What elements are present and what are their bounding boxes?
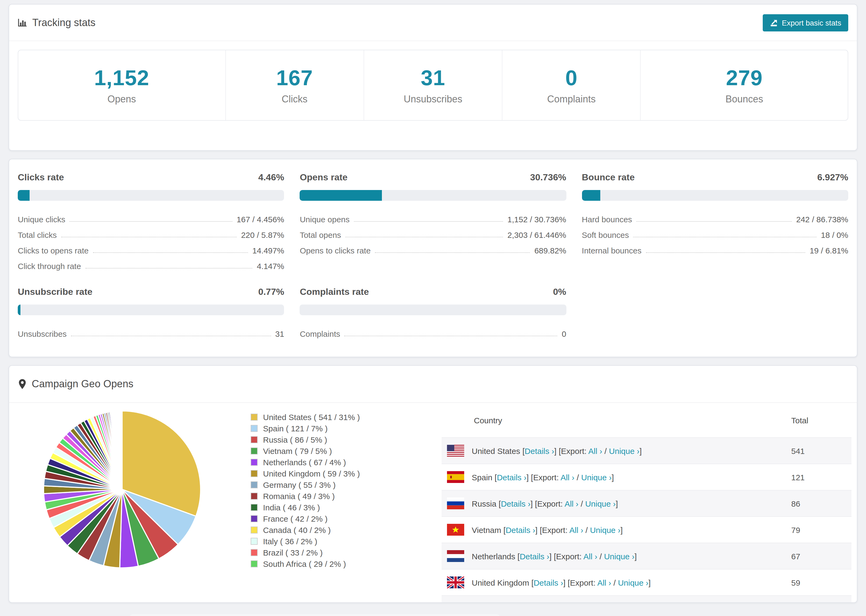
bar-chart-icon [18,18,27,27]
export-basic-stats-button[interactable]: Export basic stats [762,14,848,31]
bracket-text: / [602,446,609,455]
export-unique-link[interactable]: Unique › [581,473,612,482]
export-all-link[interactable]: All › [561,473,575,482]
country-cell: United States [Details ›] [Export: All ›… [472,446,791,455]
rate-detail-row: Hard bounces 242 / 86.738% [582,208,848,224]
geo-table-header: Country Total [442,403,852,437]
country-details-link[interactable]: Details › [525,446,554,455]
bracket-text: ] [639,446,642,455]
detail-value: 18 / 0% [821,230,848,239]
export-all-link[interactable]: All › [565,499,578,508]
detail-label: Opens to clicks rate [300,246,371,255]
rate-detail-row: Unique opens 1,152 / 30.736% [300,208,567,224]
export-all-link[interactable]: All › [569,525,583,534]
legend-swatch [251,448,258,454]
rate-progress-fill [18,190,30,201]
table-row: Russia [Details ›] [Export: All › / Uniq… [442,490,852,516]
rate-progress-fill [18,305,20,315]
legend-label: Canada ( 40 / 2% ) [263,525,331,534]
campaign-geo-opens-card: Campaign Geo Opens United States ( 541 /… [9,365,857,603]
bracket-text: / [597,552,604,561]
rate-detail-rows: Hard bounces 242 / 86.738% Soft bounces … [582,208,848,255]
legend-label: Germany ( 55 / 3% ) [263,480,335,489]
country-details-link[interactable]: Details › [520,552,549,561]
detail-value: 31 [275,329,284,338]
country-flag-icon [447,550,464,562]
rate-value: 4.46% [258,172,284,183]
detail-label: Internal bounces [582,246,641,255]
bracket-text: ] [Export: [554,446,589,455]
rate-value: 30.736% [530,172,566,183]
legend-item: India ( 46 / 3% ) [251,502,360,513]
legend-item: South Africa ( 29 / 2% ) [251,558,360,569]
table-row: United States [Details ›] [Export: All ›… [442,437,852,464]
export-unique-link[interactable]: Unique › [585,499,616,508]
rate-section: Unsubscribe rate 0.77% Unsubscribes 31 [18,287,284,338]
table-row: Vietnam [Details ›] [Export: All › / Uni… [442,516,852,543]
rate-value: 6.927% [817,172,848,183]
export-unique-link[interactable]: Unique › [590,525,620,534]
export-button-label: Export basic stats [782,18,841,27]
country-cell: Vietnam [Details ›] [Export: All › / Uni… [472,525,791,534]
rate-progress-track [18,190,284,201]
rate-title: Bounce rate [582,172,635,183]
export-all-link[interactable]: All › [589,446,602,455]
legend-label: United States ( 541 / 31% ) [263,413,360,422]
summary-value: 167 [276,66,313,90]
legend-swatch [251,549,258,556]
rate-value: 0% [553,287,566,297]
export-unique-link[interactable]: Unique › [604,552,635,561]
rate-detail-row: Unique clicks 167 / 4.456% [18,208,284,224]
legend-item: Romania ( 49 / 3% ) [251,490,360,502]
country-flag-icon [447,445,464,457]
export-all-link[interactable]: All › [583,552,597,561]
legend-label: South Africa ( 29 / 2% ) [263,559,346,569]
detail-value: 689.82% [534,246,566,255]
legend-swatch [251,459,258,466]
country-details-link[interactable]: Details › [501,499,531,508]
total-column-header: Total [791,415,852,425]
rate-detail-rows: Unique opens 1,152 / 30.736% Total opens… [300,208,567,255]
legend-swatch [251,493,258,500]
dotted-leader [345,237,503,237]
country-details-link[interactable]: Details › [497,473,526,482]
rate-detail-row: Click through rate 4.147% [18,255,284,271]
rate-title: Opens rate [300,172,348,183]
rate-detail-row: Opens to clicks rate 689.82% [300,239,567,255]
pie-slice-other [122,411,122,489]
bracket-text: / [611,578,618,587]
bracket-text: ] [612,473,614,482]
detail-value: 14.497% [252,246,284,255]
export-all-link[interactable]: All › [597,578,611,587]
detail-label: Clicks to opens rate [18,246,88,255]
export-unique-link[interactable]: Unique › [609,446,639,455]
dotted-leader [93,252,248,253]
dotted-leader [375,252,530,253]
table-row: Spain [Details ›] [Export: All › / Uniqu… [442,464,852,490]
summary-label: Bounces [725,94,763,105]
dotted-leader [71,336,271,336]
country-flag-icon [447,498,464,509]
detail-value: 1,152 / 30.736% [507,215,567,224]
rate-title: Clicks rate [18,172,64,183]
summary-value: 31 [420,66,445,90]
bracket-text: ] [635,552,636,561]
country-flag-icon [447,471,464,483]
bracket-text: ] [Export: [549,552,583,561]
tracking-stats-page: Tracking stats Export basic stats 1,152 … [0,4,866,616]
rate-title: Unsubscribe rate [18,287,93,297]
bracket-text: / [578,499,585,508]
legend-swatch [251,526,258,533]
country-details-link[interactable]: Details › [534,578,563,587]
map-pin-icon [18,379,27,390]
country-cell: Russia [Details ›] [Export: All › / Uniq… [472,499,791,508]
export-icon [770,18,778,27]
rate-head: Opens rate 30.736% [300,172,567,183]
bracket-text: Russia [ [472,499,501,508]
geo-title-text: Campaign Geo Opens [32,378,134,390]
rate-value: 0.77% [258,287,284,297]
summary-cell: 167 Clicks [225,50,364,120]
export-unique-link[interactable]: Unique › [618,578,649,587]
total-cell: 79 [791,525,852,534]
country-details-link[interactable]: Details › [505,525,535,534]
